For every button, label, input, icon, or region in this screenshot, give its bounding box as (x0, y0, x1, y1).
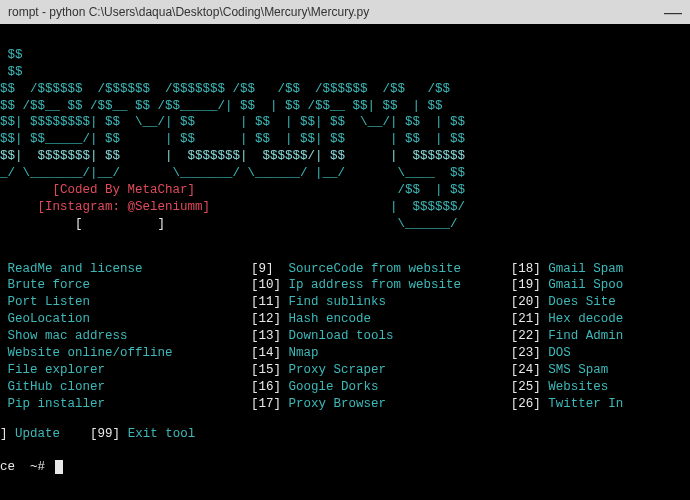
menu-item[interactable]: File explorer (0, 362, 251, 379)
menu-item[interactable]: Website online/offline (0, 345, 251, 362)
menu-item[interactable]: [19] Gmail Spoo (511, 277, 690, 294)
ascii-art-line: $$ (0, 65, 23, 79)
menu-item[interactable]: [12] Hash encode (251, 311, 511, 328)
ascii-art-line: $$| $$$$$$$| $$ | $$$$$$$| $$$$$$/| $$ |… (0, 149, 465, 163)
bracket-empty: [ ] (0, 217, 165, 231)
menu-col-2: [9] SourceCode from website [10] Ip addr… (251, 261, 511, 413)
menu-item[interactable]: [14] Nmap (251, 345, 511, 362)
menu-item[interactable]: Brute force (0, 277, 251, 294)
prompt-text: ce ~# (0, 460, 53, 474)
cursor (55, 460, 63, 474)
ascii-art-line: $$ /$$__ $$ /$$__ $$ /$$_____/| $$ | $$ … (0, 99, 443, 113)
menu-item[interactable]: [25] Websites (511, 379, 690, 396)
ascii-art-line: $$ (0, 48, 23, 62)
ascii-art-line: $$ /$$$$$$ /$$$$$$ /$$$$$$$ /$$ /$$ /$$$… (0, 82, 450, 96)
update-option[interactable]: Update (15, 427, 60, 441)
menu-item[interactable]: [15] Proxy Scraper (251, 362, 511, 379)
menu-item[interactable]: [24] SMS Spam (511, 362, 690, 379)
menu-item[interactable]: ReadMe and license (0, 261, 251, 278)
ascii-art-tail: /$$ | $$ (195, 183, 465, 197)
prompt[interactable]: ce ~# (0, 443, 690, 476)
ascii-art-tail: \______/ (165, 217, 458, 231)
menu-item[interactable]: [11] Find sublinks (251, 294, 511, 311)
menu-columns: ReadMe and license Brute force Port List… (0, 251, 690, 413)
menu-item[interactable]: [26] Twitter In (511, 396, 690, 413)
menu-item[interactable]: [10] Ip address from website (251, 277, 511, 294)
credit-instagram: [Instagram: @Seleniumm] (0, 200, 210, 214)
menu-col-3: [18] Gmail Spam [19] Gmail Spoo [20] Doe… (511, 261, 690, 413)
footer-options: ] Update [99] Exit tool (0, 412, 690, 443)
menu-item[interactable]: [16] Google Dorks (251, 379, 511, 396)
exit-option[interactable]: Exit tool (128, 427, 196, 441)
menu-item[interactable]: [21] Hex decode (511, 311, 690, 328)
menu-item[interactable]: [23] DOS (511, 345, 690, 362)
menu-item[interactable]: GeoLocation (0, 311, 251, 328)
menu-item[interactable]: GitHub cloner (0, 379, 251, 396)
minimize-button[interactable]: — (664, 2, 682, 22)
credit-coded-by: [Coded By MetaChar] (0, 183, 195, 197)
menu-item[interactable]: [22] Find Admin (511, 328, 690, 345)
ascii-art-tail: | $$$$$$/ (210, 200, 465, 214)
window-title: rompt - python C:\Users\daqua\Desktop\Co… (8, 2, 369, 22)
bracket: ] (0, 427, 8, 441)
menu-item[interactable]: [17] Proxy Browser (251, 396, 511, 413)
menu-col-1: ReadMe and license Brute force Port List… (0, 261, 251, 413)
window-titlebar: rompt - python C:\Users\daqua\Desktop\Co… (0, 0, 690, 24)
ascii-art-line: $$| $$_____/| $$ | $$ | $$ | $$| $$ | $$… (0, 132, 465, 146)
menu-item[interactable]: [9] SourceCode from website (251, 261, 511, 278)
menu-item[interactable]: Show mac address (0, 328, 251, 345)
menu-item[interactable]: Port Listen (0, 294, 251, 311)
ascii-art-line: _/ \_______/|__/ \_______/ \______/ |__/… (0, 166, 465, 180)
menu-item[interactable]: [18] Gmail Spam (511, 261, 690, 278)
menu-item[interactable]: Pip installer (0, 396, 251, 413)
terminal-output: $$ $$ $$ /$$$$$$ /$$$$$$ /$$$$$$$ /$$ /$… (0, 24, 690, 233)
ascii-art-line: $$| $$$$$$$$| $$ \__/| $$ | $$ | $$| $$ … (0, 115, 465, 129)
menu-item[interactable]: [13] Download tools (251, 328, 511, 345)
menu-item[interactable]: [20] Does Site (511, 294, 690, 311)
